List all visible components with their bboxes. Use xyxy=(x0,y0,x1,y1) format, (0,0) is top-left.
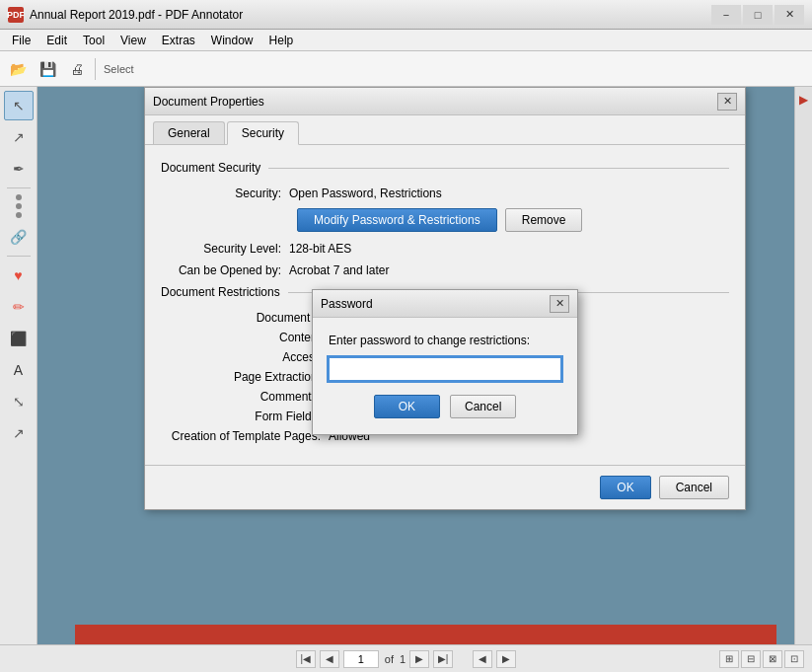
password-prompt: Enter password to change restrictions: xyxy=(329,334,561,347)
password-ok-button[interactable]: OK xyxy=(374,395,440,418)
print-button[interactable]: 🖨 xyxy=(63,55,91,83)
menu-window[interactable]: Window xyxy=(203,32,261,49)
restriction-label-page-extraction: Page Extraction: xyxy=(161,370,329,384)
minimize-button[interactable]: − xyxy=(711,5,741,25)
restriction-label-docA: Document A xyxy=(161,311,329,325)
nav-last-button[interactable]: ▶| xyxy=(433,650,453,668)
nav-prev-button[interactable]: ◀ xyxy=(320,650,339,668)
password-dialog-title: Password xyxy=(321,297,550,311)
restriction-label-template-pages: Creation of Template Pages: xyxy=(161,429,329,443)
security-level-value: 128-bit AES xyxy=(289,242,351,256)
close-button[interactable]: ✕ xyxy=(775,5,804,25)
highlight-tool[interactable]: ♥ xyxy=(4,261,34,290)
view-double-button[interactable]: ⊟ xyxy=(741,650,761,668)
page-separator: of xyxy=(383,653,396,665)
remove-button[interactable]: Remove xyxy=(505,208,583,232)
menu-edit[interactable]: Edit xyxy=(38,32,75,49)
select-tool-2[interactable]: ↗ xyxy=(4,122,34,152)
view-buttons: ⊞ ⊟ ⊠ ⊡ xyxy=(719,650,804,668)
menu-view[interactable]: View xyxy=(112,32,154,49)
select-tool[interactable]: ↖ xyxy=(4,91,34,120)
restriction-label-access: Access xyxy=(161,350,329,364)
security-level-row: Security Level: 128-bit AES xyxy=(161,242,729,256)
restriction-label-form-fields: Form Fields: xyxy=(161,410,329,423)
underline-tool[interactable]: ✏ xyxy=(4,292,34,322)
toolbar: 📂 💾 🖨 Select xyxy=(0,51,812,87)
app-icon: PDF xyxy=(8,7,24,23)
nav-back-button[interactable]: ◀ xyxy=(473,650,492,668)
security-row: Security: Open Password, Restrictions xyxy=(161,187,729,200)
maximize-button[interactable]: □ xyxy=(743,5,773,25)
left-sidebar: ↖ ↗ ✒ 🔗 ♥ ✏ ⬛ A ⤡ ↗ xyxy=(0,87,37,672)
nav-first-button[interactable]: |◀ xyxy=(296,650,316,668)
navigation-controls: |◀ ◀ of 1 ▶ ▶| ◀ ▶ xyxy=(8,650,804,668)
menu-extras[interactable]: Extras xyxy=(154,32,203,49)
nav-next-button[interactable]: ▶ xyxy=(409,650,429,668)
password-dialog-title-bar: Password ✕ xyxy=(313,290,577,318)
password-dialog: Password ✕ Enter password to change rest… xyxy=(312,289,578,435)
opened-by-row: Can be Opened by: Acrobat 7 and later xyxy=(161,263,729,277)
view-scroll-button[interactable]: ⊠ xyxy=(763,650,782,668)
tab-bar: General Security xyxy=(145,115,745,145)
section-document-security: Document Security xyxy=(161,161,729,175)
text-tool[interactable]: A xyxy=(4,355,34,385)
dialog-title: Document Properties xyxy=(153,95,717,109)
status-bar: |◀ ◀ of 1 ▶ ▶| ◀ ▶ ⊞ ⊟ ⊠ ⊡ xyxy=(0,644,812,672)
modify-password-button[interactable]: Modify Password & Restrictions xyxy=(297,208,497,232)
security-level-label: Security Level: xyxy=(161,242,289,256)
view-grid-button[interactable]: ⊡ xyxy=(784,650,804,668)
nav-forward-button[interactable]: ▶ xyxy=(496,650,516,668)
menu-file[interactable]: File xyxy=(4,32,38,49)
right-sidebar: ▶ xyxy=(794,87,812,672)
menu-tool[interactable]: Tool xyxy=(75,32,112,49)
security-value: Open Password, Restrictions xyxy=(289,187,442,200)
security-label: Security: xyxy=(161,187,289,200)
opened-by-value: Acrobat 7 and later xyxy=(289,263,389,277)
menu-help[interactable]: Help xyxy=(261,32,302,49)
restriction-label-comments: Comments: xyxy=(161,390,329,404)
link-tool[interactable]: 🔗 xyxy=(4,222,34,252)
page-total: 1 xyxy=(400,653,406,665)
sidebar-dots xyxy=(16,194,22,218)
zoom-tool[interactable]: ↗ xyxy=(4,418,34,448)
pdf-area: Document Properties ✕ General Security D… xyxy=(37,87,794,672)
menu-bar: File Edit Tool View Extras Window Help xyxy=(0,30,812,51)
password-dialog-close-button[interactable]: ✕ xyxy=(550,295,569,313)
tab-security[interactable]: Security xyxy=(227,121,299,145)
toolbar-separator xyxy=(95,58,96,80)
page-number-input[interactable] xyxy=(343,650,379,668)
view-single-button[interactable]: ⊞ xyxy=(719,650,739,668)
title-bar: PDF Annual Report 2019.pdf - PDF Annotat… xyxy=(0,0,812,30)
dialog-bottom-buttons: OK Cancel xyxy=(145,465,745,509)
stamp-tool[interactable]: ⬛ xyxy=(4,324,34,353)
pen-tool[interactable]: ✒ xyxy=(4,154,34,184)
opened-by-label: Can be Opened by: xyxy=(161,263,289,277)
select-label: Select xyxy=(100,63,138,75)
save-button[interactable]: 💾 xyxy=(34,55,61,83)
dialog-ok-button[interactable]: OK xyxy=(600,476,650,499)
password-cancel-button[interactable]: Cancel xyxy=(450,395,516,418)
right-arrow-icon[interactable]: ▶ xyxy=(799,93,808,107)
sidebar-separator-2 xyxy=(7,256,31,257)
security-buttons: Modify Password & Restrictions Remove xyxy=(297,208,729,232)
tab-general[interactable]: General xyxy=(153,121,225,144)
password-dialog-content: Enter password to change restrictions: O… xyxy=(313,318,577,434)
app-title: Annual Report 2019.pdf - PDF Annotator xyxy=(30,8,711,22)
main-layout: ↖ ↗ ✒ 🔗 ♥ ✏ ⬛ A ⤡ ↗ Document Properties … xyxy=(0,87,812,672)
sidebar-separator-1 xyxy=(7,187,31,188)
dialog-close-button[interactable]: ✕ xyxy=(717,93,737,111)
shape-tool[interactable]: ⤡ xyxy=(4,387,34,416)
window-controls: − □ ✕ xyxy=(711,5,804,25)
password-button-row: OK Cancel xyxy=(329,395,561,418)
password-input[interactable] xyxy=(329,357,561,381)
open-button[interactable]: 📂 xyxy=(4,55,32,83)
dialog-cancel-button[interactable]: Cancel xyxy=(659,476,729,499)
pdf-red-strip xyxy=(75,625,776,644)
dialog-title-bar: Document Properties ✕ xyxy=(145,88,745,115)
restriction-label-content: Content xyxy=(161,331,329,344)
